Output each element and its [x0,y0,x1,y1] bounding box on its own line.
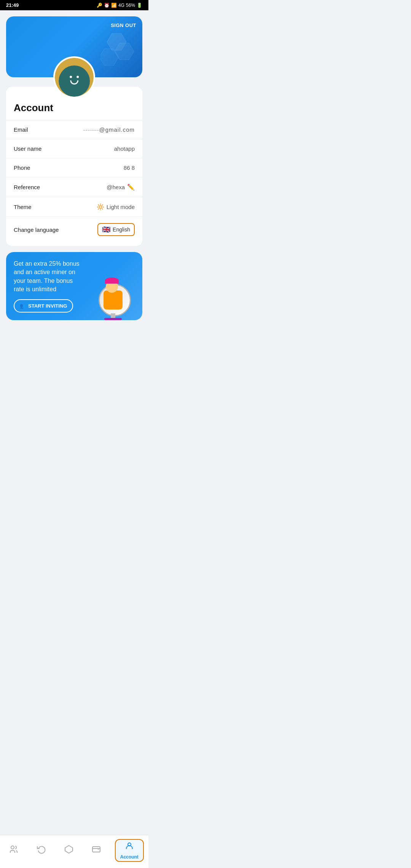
alarm-icon: ⏰ [104,3,110,8]
avatar-eyes [70,76,79,78]
theme-row[interactable]: Theme 🔆 Light mode [6,197,142,217]
avatar-container [6,56,142,98]
status-time: 21:49 [6,2,19,8]
username-value: ahotapp [114,145,135,152]
theme-value: 🔆 Light mode [97,203,135,211]
person-body [104,290,123,310]
sign-out-button[interactable]: SIGN OUT [111,22,136,28]
avatar-eye-right [76,76,79,78]
email-label: Email [14,126,28,133]
language-row[interactable]: Change language 🇬🇧 English [6,217,142,242]
avatar-smile [70,80,78,85]
key-icon: 🔑 [97,3,102,8]
phone-label: Phone [14,164,30,171]
avatar [53,56,95,98]
phone-row[interactable]: Phone 86 8 [6,158,142,177]
theme-label: Theme [14,204,32,210]
status-bar: 21:49 🔑 ⏰ 📶 4G 56% 🔋 [0,0,148,10]
theme-sun-icon: 🔆 [97,203,104,211]
avatar-eye-left [70,76,72,78]
account-title: Account [6,102,142,120]
username-row[interactable]: User name ahotapp [6,139,142,158]
reference-row[interactable]: Reference @hexa ✏️ [6,177,142,197]
language-value: English [113,227,130,233]
chair-figure [93,274,139,320]
reference-value: @hexa ✏️ [107,183,135,191]
avatar-face [59,65,90,97]
chair-foot [104,318,122,320]
email-value: ········@gmail.com [83,126,135,133]
invite-icon: 👥 [20,303,26,309]
wifi-icon: 📶 [111,3,117,8]
start-inviting-button[interactable]: 👥 START INVITING [14,299,73,313]
signal-icon: 4G [118,3,124,8]
status-icons: 🔑 ⏰ 📶 4G 56% 🔋 [97,3,142,8]
username-label: User name [14,145,41,152]
battery-level: 56% [126,3,135,8]
promo-illustration [93,274,139,320]
language-badge[interactable]: 🇬🇧 English [97,223,135,236]
person-hair [105,278,119,284]
reference-label: Reference [14,184,40,190]
promo-banner: Get an extra 25% bonus and an active min… [6,252,142,320]
avatar-inner [55,58,94,97]
edit-icon[interactable]: ✏️ [127,183,135,191]
language-label: Change language [14,227,59,233]
flag-icon: 🇬🇧 [102,225,110,234]
account-section: Account Email ········@gmail.com User na… [6,87,142,246]
battery-icon: 🔋 [137,3,142,8]
promo-text: Get an extra 25% bonus and an active min… [14,260,80,294]
email-row[interactable]: Email ········@gmail.com [6,120,142,139]
phone-value: 86 8 [124,164,135,171]
main-content: SIGN OUT Account [0,10,148,351]
